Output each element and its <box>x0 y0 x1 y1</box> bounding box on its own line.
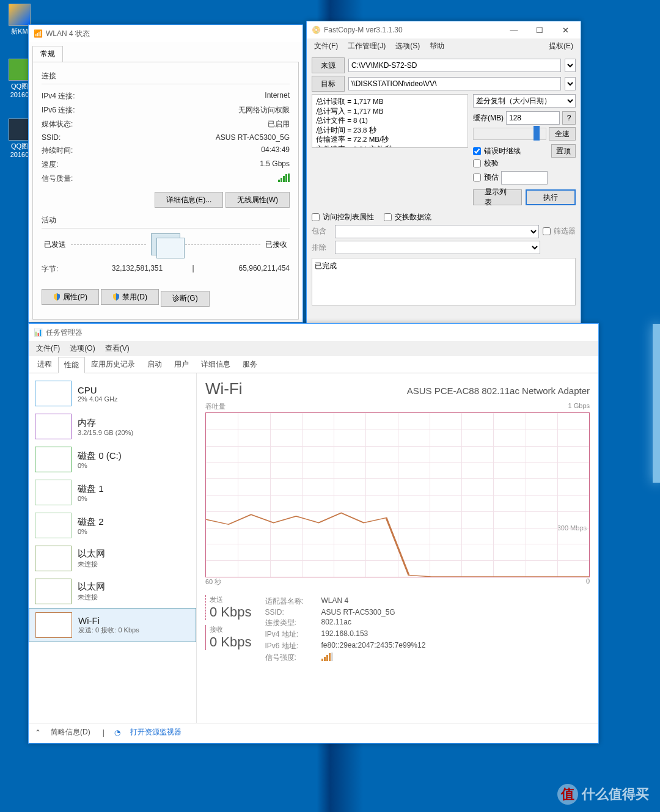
showlist-button[interactable]: 显示列表 <box>473 189 522 205</box>
menu-view[interactable]: 查看(V) <box>101 342 133 355</box>
info-name-v: WLAN 4 <box>321 596 349 607</box>
include-combo[interactable] <box>335 225 539 238</box>
help-button[interactable]: ? <box>562 111 576 125</box>
quality-label: 信号质量: <box>42 174 97 184</box>
close-button[interactable]: ✕ <box>552 21 578 38</box>
taskmgr-window: 📊 任务管理器 文件(F) 选项(O) 查看(V) 进程 性能 应用历史记录 启… <box>28 323 599 744</box>
ipv4-value: Internet <box>265 91 290 101</box>
perf-item-sub: 未连接 <box>78 560 105 569</box>
tab-details[interactable]: 详细信息 <box>195 356 237 373</box>
menu-file[interactable]: 文件(F) <box>32 342 64 355</box>
perf-item-5[interactable]: 以太网未连接 <box>29 542 196 575</box>
xmin: 60 秒 <box>205 577 221 587</box>
info-ssid-v: ASUS RT-AC5300_5G <box>321 608 395 616</box>
bytes-sent: 32,132,581,351 <box>97 264 178 274</box>
filter-checkbox[interactable]: 筛选器 <box>543 226 576 236</box>
titlebar[interactable]: 📶 WLAN 4 状态 <box>29 25 302 42</box>
tab-processes[interactable]: 进程 <box>31 356 58 373</box>
signal-bars-icon <box>278 174 290 182</box>
adapter-name: ASUS PCE-AC88 802.11ac Network Adapter <box>407 386 590 396</box>
tab-performance[interactable]: 性能 <box>58 357 85 373</box>
thumb-graph <box>35 414 72 439</box>
perf-item-4[interactable]: 磁盘 20% <box>29 509 196 542</box>
acl-checkbox[interactable]: 访问控制表属性 <box>312 212 374 222</box>
perf-item-3[interactable]: 磁盘 10% <box>29 476 196 509</box>
dest-combo[interactable] <box>565 77 576 90</box>
wireless-props-button[interactable]: 无线属性(W) <box>226 192 290 208</box>
thumb-graph <box>35 546 72 571</box>
perf-item-1[interactable]: 内存3.2/15.9 GB (20%) <box>29 410 196 443</box>
source-combo[interactable] <box>565 59 576 72</box>
light-decoration <box>653 324 660 483</box>
exclude-label: 排除 <box>312 243 331 253</box>
execute-button[interactable]: 执行 <box>526 189 576 205</box>
tab-general[interactable]: 常规 <box>32 46 63 62</box>
tab-history[interactable]: 应用历史记录 <box>85 356 141 373</box>
menu-file[interactable]: 文件(F) <box>310 40 342 53</box>
minimize-button[interactable]: — <box>501 21 527 38</box>
properties-button[interactable]: 属性(P) <box>42 289 99 305</box>
details-button[interactable]: 详细信息(E)... <box>155 192 223 208</box>
perf-item-title: 以太网 <box>78 581 105 593</box>
ymax: 1 Gbps <box>568 402 590 411</box>
perf-item-7[interactable]: Wi-Fi发送: 0 接收: 0 Kbps <box>29 608 196 642</box>
menu-job[interactable]: 工作管理(J) <box>344 40 389 53</box>
source-button[interactable]: 来源 <box>312 57 345 73</box>
menu-help[interactable]: 帮助 <box>426 40 448 53</box>
info-ipv4-k: IPv4 地址: <box>265 629 315 640</box>
diagnose-button[interactable]: 诊断(G) <box>161 291 209 307</box>
recv-value: 0 Kbps <box>210 634 252 650</box>
speed-label: 速度: <box>42 159 97 170</box>
window-title: FastCopy-M ver3.1.1.30 <box>324 26 501 34</box>
stream-checkbox[interactable]: 交换数据流 <box>384 212 431 222</box>
maximize-button[interactable]: ☐ <box>527 21 552 38</box>
perf-item-title: 内存 <box>78 417 133 429</box>
titlebar[interactable]: 📀 FastCopy-M ver3.1.1.30 — ☐ ✕ <box>307 21 581 38</box>
perf-item-sub: 3.2/15.9 GB (20%) <box>78 429 133 436</box>
topmost-button[interactable]: 置顶 <box>551 144 576 158</box>
disable-button[interactable]: 禁用(D) <box>101 289 159 305</box>
resmon-link[interactable]: 打开资源监视器 <box>130 727 182 737</box>
perf-item-title: 磁盘 2 <box>78 516 104 528</box>
tab-services[interactable]: 服务 <box>237 356 263 373</box>
copy-mode-select[interactable]: 差分复制（大小/日期） <box>473 94 576 108</box>
tab-startup[interactable]: 启动 <box>141 356 168 373</box>
perf-item-title: Wi-Fi <box>78 615 139 626</box>
estimate-input[interactable] <box>501 171 548 185</box>
perf-item-2[interactable]: 磁盘 0 (C:)0% <box>29 443 196 476</box>
info-ipv6-v: fe80::29ea:2047:2435:7e99%12 <box>321 641 426 651</box>
exclude-combo[interactable] <box>335 241 540 254</box>
thumb-graph <box>35 579 72 604</box>
thumb-graph <box>35 513 72 538</box>
watermark-icon: 值 <box>557 784 578 805</box>
shield-icon <box>112 293 120 301</box>
media-value: 已启用 <box>268 119 290 130</box>
estimate-checkbox[interactable]: 预估 <box>473 172 499 183</box>
brief-info-button[interactable]: 简略信息(D) <box>51 727 90 737</box>
chevron-up-icon[interactable]: ⌃ <box>35 728 41 737</box>
throughput-chart: 300 Mbps <box>205 412 590 577</box>
ssid-value: ASUS RT-AC5300_5G <box>216 133 290 142</box>
menu-auth[interactable]: 提权(E) <box>545 40 577 53</box>
perf-sidepane: CPU2% 4.04 GHz 内存3.2/15.9 GB (20%) 磁盘 0 … <box>29 373 197 723</box>
stats-box: 总计读取 = 1,717 MB 总计写入 = 1,717 MB 总计文件 = 8… <box>312 94 468 148</box>
perf-item-0[interactable]: CPU2% 4.04 GHz <box>29 377 196 410</box>
verify-checkbox[interactable]: 校验 <box>473 158 548 169</box>
titlebar[interactable]: 📊 任务管理器 <box>29 324 598 341</box>
source-input[interactable] <box>348 59 561 72</box>
received-label: 已接收 <box>265 240 287 250</box>
perf-item-title: 磁盘 0 (C:) <box>78 450 122 462</box>
menu-options[interactable]: 选项(O) <box>66 342 98 355</box>
perf-item-6[interactable]: 以太网未连接 <box>29 575 196 608</box>
tab-users[interactable]: 用户 <box>168 356 195 373</box>
menu-options[interactable]: 选项(S) <box>392 40 424 53</box>
ipv6-label: IPv6 连接: <box>42 105 97 115</box>
fullspeed-button[interactable]: 全速 <box>549 127 576 141</box>
cache-input[interactable] <box>506 111 560 125</box>
dest-button[interactable]: 目标 <box>312 76 345 92</box>
speed-slider[interactable] <box>473 128 546 140</box>
continue-checkbox[interactable]: 错误时继续 <box>473 146 548 156</box>
shield-icon <box>53 293 61 301</box>
ipv6-value: 无网络访问权限 <box>238 105 290 115</box>
dest-input[interactable] <box>348 77 561 90</box>
